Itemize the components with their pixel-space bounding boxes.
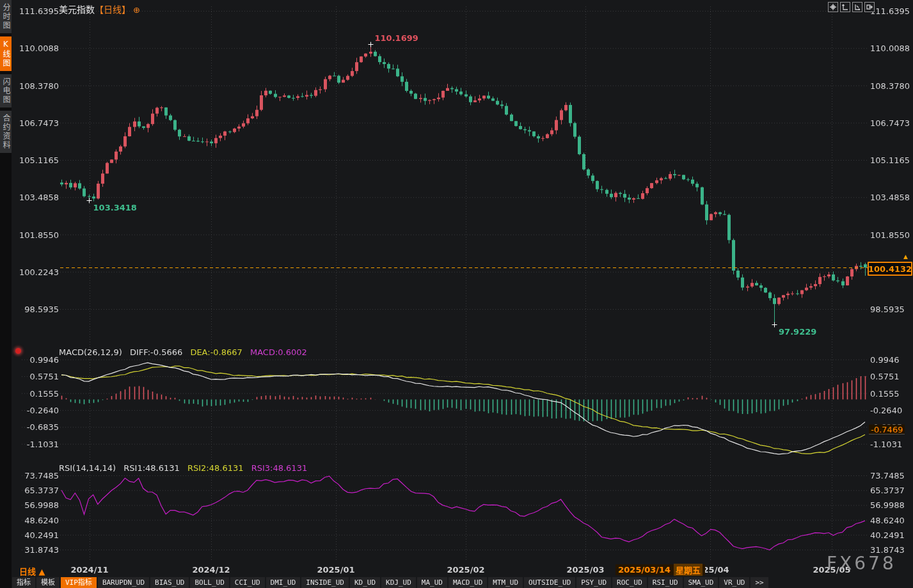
price-y-tick-left: 98.5935 bbox=[17, 305, 59, 314]
symbol-name: 美元指数 bbox=[59, 4, 95, 15]
indicator-tab-ROC_UD[interactable]: ROC_UD bbox=[612, 577, 647, 588]
indicator-tab-VIP指标[interactable]: VIP指标 bbox=[61, 577, 97, 588]
price-y-tick-right: 98.5935 bbox=[870, 305, 905, 314]
rsi-y-tick-right: 65.3737 bbox=[870, 486, 905, 495]
macd-y-tick-left: -0.6835 bbox=[17, 422, 59, 432]
price-y-tick-left: 108.3780 bbox=[17, 81, 59, 90]
price-y-tick-left: 106.7473 bbox=[17, 118, 59, 127]
indicator-tab-KD_UD[interactable]: KD_UD bbox=[350, 577, 380, 588]
watermark: FX678 bbox=[827, 553, 896, 574]
rsi-y-tick-right: 48.6240 bbox=[870, 515, 905, 525]
x-axis-date-tick: 2024/12 bbox=[192, 565, 230, 575]
rsi-y-tick-right: 73.7485 bbox=[870, 471, 905, 481]
macd-y-tick-right: -0.2640 bbox=[870, 405, 902, 415]
sidebar-item-K线图[interactable]: K线图 bbox=[0, 36, 12, 71]
indicator-tab-BARUPDN_UD[interactable]: BARUPDN_UD bbox=[98, 577, 149, 588]
sidebar-item-合约资料[interactable]: 合约资料 bbox=[0, 111, 12, 153]
indicator-tab-DMI_UD[interactable]: DMI_UD bbox=[266, 577, 301, 588]
indicator-tab-MTM_UD[interactable]: MTM_UD bbox=[488, 577, 523, 588]
price-y-tick-left: 110.0088 bbox=[17, 44, 59, 53]
pan-right-icon[interactable] bbox=[864, 2, 875, 12]
price-y-tick-left: 101.8550 bbox=[17, 230, 59, 239]
indicator-settings-icon[interactable] bbox=[15, 348, 21, 354]
indicator-tab-SMA_UD[interactable]: SMA_UD bbox=[684, 577, 718, 588]
macd-name: MACD(26,12,9) bbox=[59, 347, 122, 357]
indicator-tab-BOLL_UD[interactable]: BOLL_UD bbox=[190, 577, 228, 588]
x-axis-date-tick: 2024/11 bbox=[70, 565, 108, 575]
sidebar-item-分时图[interactable]: 分时图 bbox=[0, 0, 12, 33]
add-indicator-icon[interactable]: ⊕ bbox=[133, 5, 140, 15]
crosshair-move-icon[interactable] bbox=[828, 2, 838, 12]
macd-y-tick-right: -1.1031 bbox=[870, 439, 902, 449]
rsi-y-tick-right: 56.9988 bbox=[870, 500, 905, 510]
indicator-tab-OUTSIDE_UD[interactable]: OUTSIDE_UD bbox=[524, 577, 575, 588]
crosshair-weekday: 星期五 bbox=[674, 564, 703, 576]
sidebar-item-闪电图[interactable]: 闪电图 bbox=[0, 74, 12, 107]
price-y-tick-left: 103.4858 bbox=[17, 193, 59, 202]
indicator-tab-bar: 指标模板VIP指标BARUPDN_UDBIAS_UDBOLL_UDCCI_UDD… bbox=[12, 577, 768, 588]
y-axis-scale-icon[interactable] bbox=[840, 2, 850, 12]
macd-y-tick-right: 0.5751 bbox=[870, 372, 900, 381]
rsi-y-tick-left: 65.3737 bbox=[17, 486, 59, 495]
price-y-tick-right: 110.0088 bbox=[870, 44, 910, 53]
indicator-tab-BIAS_UD[interactable]: BIAS_UD bbox=[150, 577, 189, 588]
price-y-tick-right: 103.4858 bbox=[870, 193, 910, 202]
current-price-arrow-icon: ▲ bbox=[903, 253, 908, 260]
rsi-indicator-header: RSI(14,14,14) RSI1:48.6131 RSI2:48.6131 … bbox=[59, 463, 307, 473]
rsi3-value: RSI3:48.6131 bbox=[251, 463, 308, 473]
macd-y-tick-left: -1.1031 bbox=[17, 439, 59, 449]
indicator-tab-RSI_UD[interactable]: RSI_UD bbox=[648, 577, 683, 588]
chart-type-sidebar: 分时图K线图闪电图合约资料 bbox=[0, 0, 12, 588]
macd-macd-value: MACD:0.6002 bbox=[250, 347, 307, 357]
indicator-tab-VR_UD[interactable]: VR_UD bbox=[719, 577, 749, 588]
macd-axis-marker: -0.7469 bbox=[869, 425, 905, 434]
price-annotation: 103.3418 bbox=[93, 203, 137, 212]
macd-y-tick-left: -0.2640 bbox=[17, 405, 59, 415]
chart-title: 美元指数【日线】⊕ bbox=[59, 3, 140, 15]
macd-y-tick-left: 0.1555 bbox=[17, 388, 59, 398]
x-axis-scale-icon[interactable] bbox=[852, 2, 862, 12]
rsi2-value: RSI2:48.6131 bbox=[187, 463, 244, 473]
indicator-tab-CCI_UD[interactable]: CCI_UD bbox=[230, 577, 265, 588]
rsi1-value: RSI1:48.6131 bbox=[123, 463, 180, 473]
x-axis-date-tick: 2025/01 bbox=[317, 565, 354, 575]
price-annotation: 97.9229 bbox=[779, 327, 816, 337]
price-y-tick-right: 106.7473 bbox=[870, 118, 910, 127]
indicator-tab-KDJ_UD[interactable]: KDJ_UD bbox=[381, 577, 416, 588]
macd-dea-value: DEA:-0.8667 bbox=[190, 347, 242, 357]
indicator-tab-模板[interactable]: 模板 bbox=[36, 577, 60, 588]
period-arrow-icon: ▲ bbox=[39, 567, 45, 576]
macd-diff-value: DIFF:-0.5666 bbox=[130, 347, 182, 357]
price-annotation: 110.1699 bbox=[375, 33, 418, 43]
indicator-tab-指标[interactable]: 指标 bbox=[12, 577, 35, 588]
price-y-tick-left: 105.1165 bbox=[17, 155, 59, 165]
macd-y-tick-left: 0.5751 bbox=[17, 372, 59, 381]
price-y-tick-right: 108.3780 bbox=[870, 81, 910, 90]
rsi-y-tick-left: 31.8743 bbox=[17, 544, 59, 554]
period-selector[interactable]: 日线 ▲ bbox=[19, 565, 45, 577]
indicator-tab->>[interactable]: >> bbox=[750, 577, 768, 588]
x-axis-date-tick: 2025/02 bbox=[447, 565, 484, 575]
crosshair-date-tooltip: 2025/03/14 星期五 bbox=[615, 564, 705, 575]
indicator-tab-MA_UD[interactable]: MA_UD bbox=[417, 577, 447, 588]
price-y-tick-right: 105.1165 bbox=[870, 155, 910, 165]
period-tag: 【日线】 bbox=[95, 4, 131, 15]
crosshair-date: 2025/03/14 bbox=[618, 565, 671, 575]
candlestick-chart-canvas[interactable] bbox=[0, 0, 913, 588]
price-y-tick-left: 111.6395 bbox=[17, 6, 59, 16]
price-y-tick-left: 100.2243 bbox=[17, 267, 59, 276]
chart-application: 分时图K线图闪电图合约资料 美元指数【日线】⊕ 111.6395111.6395… bbox=[0, 0, 913, 588]
rsi-y-tick-left: 73.7485 bbox=[17, 471, 59, 481]
rsi-y-tick-right: 40.2491 bbox=[870, 530, 905, 539]
rsi-y-tick-left: 56.9988 bbox=[17, 500, 59, 510]
rsi-name: RSI(14,14,14) bbox=[59, 463, 116, 473]
rsi-y-tick-left: 48.6240 bbox=[17, 515, 59, 525]
indicator-tab-PSY_UD[interactable]: PSY_UD bbox=[576, 577, 611, 588]
rsi-y-tick-left: 40.2491 bbox=[17, 530, 59, 539]
chart-layout-toolbar bbox=[828, 2, 875, 12]
indicator-tab-MACD_UD[interactable]: MACD_UD bbox=[449, 577, 487, 588]
x-axis-date-tick: 2025/03 bbox=[566, 565, 604, 575]
price-y-tick-right: 101.8550 bbox=[870, 230, 910, 239]
indicator-tab-INSIDE_UD[interactable]: INSIDE_UD bbox=[301, 577, 349, 588]
macd-indicator-header: MACD(26,12,9) DIFF:-0.5666 DEA:-0.8667 M… bbox=[59, 347, 307, 357]
